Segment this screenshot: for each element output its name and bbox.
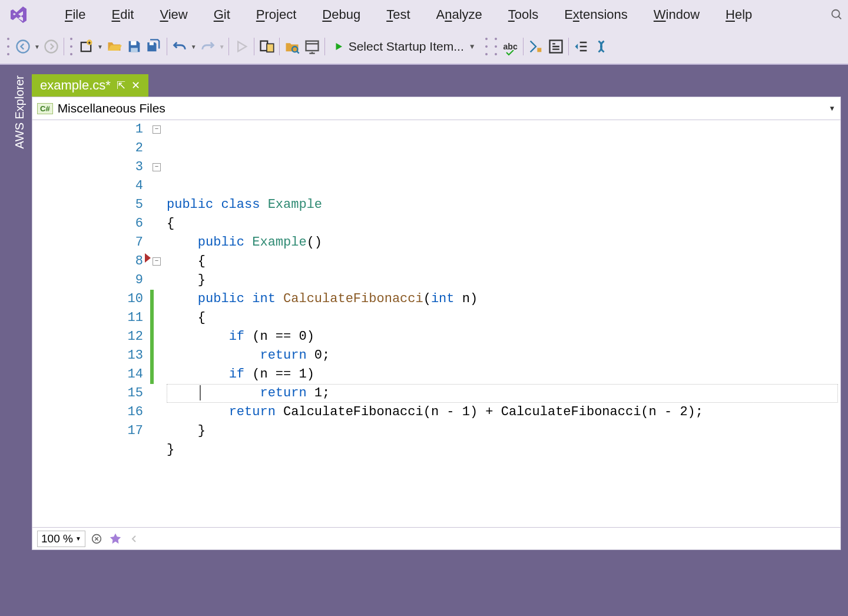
code-line[interactable]: { xyxy=(167,309,829,327)
code-line[interactable]: { xyxy=(167,214,829,233)
line-number: 13 xyxy=(32,346,144,365)
current-line-highlight xyxy=(167,384,838,403)
menu-test[interactable]: Test xyxy=(373,4,423,26)
pin-tab-button[interactable]: ⇱ xyxy=(117,79,125,92)
open-folder-button[interactable] xyxy=(105,38,123,55)
parameters-button[interactable] xyxy=(547,38,565,55)
svg-line-13 xyxy=(297,51,299,54)
separator xyxy=(568,38,569,55)
code-line[interactable]: return 0; xyxy=(167,346,829,365)
chevron-down-icon[interactable]: ▼ xyxy=(829,104,836,112)
save-button[interactable] xyxy=(125,38,143,55)
save-all-button[interactable] xyxy=(145,38,163,55)
svg-point-0 xyxy=(832,10,840,18)
spellcheck-button[interactable]: abc xyxy=(502,38,519,55)
undo-button[interactable] xyxy=(171,38,188,55)
fold-toggle-icon[interactable]: − xyxy=(153,163,161,171)
code-line[interactable]: } xyxy=(167,441,829,459)
line-number: 8 xyxy=(32,252,144,271)
menu-edit[interactable]: Edit xyxy=(98,4,147,26)
code-editor[interactable]: 1234567891011121314151617 −−− public cla… xyxy=(32,120,841,528)
aws-explorer-tab[interactable]: AWS Explorer xyxy=(7,73,32,550)
line-number: 16 xyxy=(32,403,144,422)
fold-column[interactable]: −−− xyxy=(150,120,167,527)
startup-item-label: Select Startup Item... xyxy=(349,39,464,54)
code-line[interactable]: return CalculateFibonacci(n - 1) + Calcu… xyxy=(167,403,829,422)
menu-file[interactable]: File xyxy=(52,4,98,26)
svg-point-3 xyxy=(45,41,57,53)
nav-forward-button[interactable] xyxy=(42,38,60,55)
menu-window[interactable]: Window xyxy=(641,4,713,26)
text-cursor xyxy=(200,385,201,400)
code-line[interactable]: public Example() xyxy=(167,233,829,252)
zoom-dropdown[interactable]: 100 % ▼ xyxy=(37,531,85,547)
start-debug-button[interactable] xyxy=(233,38,250,55)
toolbar-grip-icon[interactable] xyxy=(7,38,9,55)
code-line[interactable]: if (n == 1) xyxy=(167,365,829,384)
separator xyxy=(279,38,280,55)
navigation-bar[interactable]: C# Miscellaneous Files ▼ xyxy=(32,97,841,120)
attach-process-button[interactable] xyxy=(258,38,276,55)
vs-logo-icon xyxy=(9,5,28,24)
menu-bar: FileEditViewGitProjectDebugTestAnalyzeTo… xyxy=(0,0,848,29)
line-number: 6 xyxy=(32,214,144,233)
line-number: 17 xyxy=(32,422,144,441)
svg-text:✦: ✦ xyxy=(87,40,92,46)
code-line[interactable]: public class Example xyxy=(167,196,829,214)
find-in-files-button[interactable] xyxy=(283,38,301,55)
menu-extensions[interactable]: Extensions xyxy=(551,4,641,26)
code-line[interactable]: } xyxy=(167,271,829,290)
work-area: AWS Explorer example.cs* ⇱ ✕ C# Miscella… xyxy=(0,65,848,557)
tab-title: example.cs* xyxy=(40,78,111,93)
toolbar-overflow-grip-icon[interactable] xyxy=(485,38,488,55)
line-number: 10 xyxy=(32,290,144,309)
code-line[interactable]: public int CalculateFibonacci(int n) xyxy=(167,290,829,309)
code-line[interactable]: } xyxy=(167,422,829,441)
menu-debug[interactable]: Debug xyxy=(309,4,373,26)
search-icon[interactable] xyxy=(830,8,843,21)
document-well: example.cs* ⇱ ✕ C# Miscellaneous Files ▼… xyxy=(32,73,841,550)
menu-tools[interactable]: Tools xyxy=(495,4,551,26)
standard-toolbar: ▼ ✦ ▼ ▼ ▼ Select Startup xyxy=(0,29,848,65)
toolbar-grip-icon[interactable] xyxy=(495,38,497,55)
file-tab-example-cs[interactable]: example.cs* ⇱ ✕ xyxy=(32,74,148,97)
separator xyxy=(167,38,167,55)
code-line[interactable]: { xyxy=(167,252,829,271)
browser-link-button[interactable] xyxy=(303,38,321,55)
startup-item-dropdown[interactable]: Select Startup Item... ▼ xyxy=(329,38,481,55)
line-number: 5 xyxy=(32,196,144,214)
left-arrow-icon[interactable] xyxy=(127,531,142,547)
line-number: 4 xyxy=(32,177,144,196)
line-number: 12 xyxy=(32,327,144,346)
separator xyxy=(523,38,524,55)
svg-rect-8 xyxy=(131,48,138,52)
code-content[interactable]: public class Example{ public Example() {… xyxy=(167,120,840,527)
close-tab-button[interactable]: ✕ xyxy=(131,79,140,92)
toolbar-grip-icon[interactable] xyxy=(70,38,72,55)
svg-rect-15 xyxy=(537,48,541,52)
health-indicator-icon[interactable] xyxy=(89,531,104,547)
svg-rect-9 xyxy=(150,42,154,45)
change-marker xyxy=(150,290,154,384)
outdent-button[interactable] xyxy=(572,38,590,55)
menu-help[interactable]: Help xyxy=(713,4,765,26)
new-project-button[interactable]: ✦ xyxy=(77,38,95,55)
nav-back-button[interactable] xyxy=(14,38,32,55)
uncomment-button[interactable] xyxy=(592,38,610,55)
code-line[interactable]: if (n == 0) xyxy=(167,327,829,346)
menu-project[interactable]: Project xyxy=(243,4,309,26)
menu-git[interactable]: Git xyxy=(201,4,243,26)
menu-analyze[interactable]: Analyze xyxy=(423,4,495,26)
intellicode-icon[interactable] xyxy=(108,531,123,547)
redo-button[interactable] xyxy=(199,38,217,55)
svg-point-12 xyxy=(292,47,297,52)
line-number: 15 xyxy=(32,384,144,403)
fold-toggle-icon[interactable]: − xyxy=(153,257,161,266)
member-list-button[interactable] xyxy=(527,38,545,55)
svg-rect-16 xyxy=(549,41,562,53)
fold-toggle-icon[interactable]: − xyxy=(153,125,161,134)
separator xyxy=(254,38,254,55)
menu-view[interactable]: View xyxy=(147,4,200,26)
line-number: 2 xyxy=(32,139,144,158)
language-badge: C# xyxy=(37,103,53,114)
